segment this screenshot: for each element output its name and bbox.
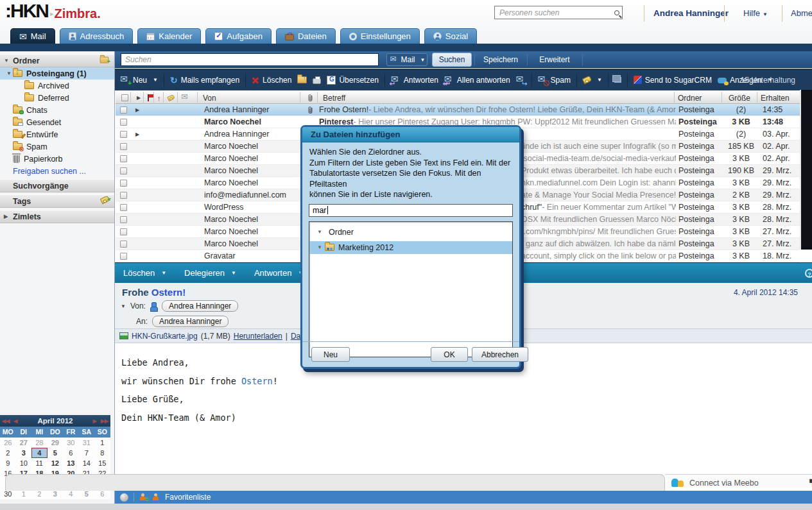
meebo-strip[interactable]: Connect via Meebo ▚	[665, 474, 812, 491]
search-icon[interactable]	[614, 10, 619, 15]
spam-button[interactable]: Spam	[538, 75, 571, 85]
sidebar-item-spam[interactable]: Spam	[0, 140, 114, 153]
to-address-chip[interactable]: Andrea Hanninger	[152, 316, 229, 327]
erhalten-column-header[interactable]: Erhalten	[757, 92, 798, 104]
calendar-day-cell[interactable]: 26	[0, 438, 16, 448]
sidebar-item-entw-rfe[interactable]: Entwürfe	[0, 128, 114, 140]
sidebar-item-freigaben-suchen-[interactable]: Freigaben suchen ...	[0, 165, 114, 177]
calendar-day-cell[interactable]: 8	[94, 448, 110, 458]
new-folder-icon[interactable]: +	[100, 57, 109, 64]
user-name[interactable]: Andrea Hanninger	[653, 8, 729, 18]
calendar-day-cell[interactable]: 2	[0, 448, 16, 458]
expand-conversation-icon[interactable]: ▶	[131, 104, 144, 115]
add-buddy-icon[interactable]: +	[139, 493, 147, 501]
calendar-day-cell[interactable]: 5	[48, 448, 64, 458]
calendar-day-cell[interactable]: 29	[48, 438, 64, 448]
help-circle-icon[interactable]: ?	[805, 269, 812, 278]
attachment-column-header[interactable]	[300, 92, 318, 104]
search-scope-button[interactable]: Mail▼	[386, 53, 428, 66]
table-row[interactable]: ▶Andrea HanningerFrohe Ostern! - Liebe A…	[116, 104, 800, 116]
calendar-day-cell[interactable]: 28	[31, 438, 48, 448]
tab-sozial[interactable]: Sozial	[424, 28, 477, 44]
forward-icon-button[interactable]	[516, 75, 526, 85]
sidebar-item-papierkorb[interactable]: Papierkorb	[0, 153, 114, 165]
slide-up-panel[interactable]	[5, 474, 665, 491]
row-checkbox[interactable]	[116, 116, 131, 128]
tag-icon-button[interactable]: ▼	[583, 77, 602, 83]
row-checkbox[interactable]	[116, 128, 131, 140]
sidebar-item-archived[interactable]: Archived	[0, 80, 114, 92]
übersetzen-button[interactable]: Übersetzen	[327, 76, 378, 85]
calendar-day-cell[interactable]: 27	[16, 438, 32, 448]
tag-column-header[interactable]	[164, 92, 178, 104]
calendar-day-cell[interactable]: 9	[0, 458, 16, 468]
calendar-next-year-icon[interactable]: ▶▶	[99, 418, 110, 424]
send-to-sugarcrm-button[interactable]: Send to SugarCRM	[634, 76, 712, 85]
meebo-expand-icon[interactable]: ▚	[809, 479, 812, 486]
chevron-down-icon[interactable]: ▼	[121, 303, 126, 309]
calendar-next-month-icon[interactable]: ▶	[91, 418, 99, 424]
calendar-prev-month-icon[interactable]: ◀	[12, 418, 19, 424]
ok-button[interactable]: OK	[431, 347, 468, 362]
tab-einstellungen[interactable]: Einstellungen	[340, 28, 420, 44]
calendar-day-cell[interactable]: 7	[79, 448, 95, 458]
betreff-column-header[interactable]: Betreff	[318, 92, 675, 104]
priority-column-header[interactable]: ↑	[154, 92, 164, 104]
calendar-prev-year-icon[interactable]: ◀◀	[0, 418, 12, 424]
advanced-search-button[interactable]: Erweitert	[530, 53, 580, 67]
help-menu[interactable]: Hilfe▼	[743, 8, 768, 18]
save-search-button[interactable]: Speichern	[477, 53, 524, 67]
neu-button[interactable]: Neu▼	[120, 75, 158, 85]
shared-search-link[interactable]: Freigaben suchen ...	[13, 167, 86, 176]
sidebar-section-tags[interactable]: Tags+	[0, 194, 114, 208]
dialog-title[interactable]: Zu Dateien hinzufügen	[302, 127, 519, 142]
calendar-day-cell[interactable]: 4	[31, 448, 48, 458]
row-checkbox[interactable]	[116, 104, 131, 115]
löschen-button[interactable]: Löschen▼	[123, 268, 166, 278]
favorites-label[interactable]: Favoritenliste	[165, 493, 211, 502]
calendar-day-cell[interactable]: 6	[63, 448, 79, 458]
row-checkbox[interactable]	[116, 250, 131, 262]
sidebar-item-gesendet[interactable]: Gesendet	[0, 116, 114, 128]
delegieren-button[interactable]: Delegieren▼	[184, 268, 236, 278]
status-sphere-icon[interactable]	[120, 493, 128, 502]
cancel-button[interactable]: Abbrechen	[472, 347, 528, 362]
from-address-chip[interactable]: Andrea Hanninger	[162, 300, 238, 312]
row-checkbox[interactable]	[116, 165, 131, 176]
calendar-day-cell[interactable]: 30	[63, 438, 79, 448]
sidebar-item-chats[interactable]: Chats	[0, 104, 114, 116]
row-checkbox[interactable]	[116, 238, 131, 250]
row-checkbox[interactable]	[116, 214, 131, 225]
list-scrollbar[interactable]	[800, 90, 812, 250]
folders-section-header[interactable]: ▼ Ordner +	[0, 54, 114, 67]
löschen-button[interactable]: Löschen	[252, 76, 291, 85]
calendar-day-cell[interactable]: 14	[79, 458, 95, 468]
row-checkbox[interactable]	[116, 226, 131, 237]
calendar-day-cell[interactable]: 31	[79, 438, 95, 448]
flag-column-header[interactable]	[144, 92, 154, 104]
select-all-checkbox[interactable]	[116, 92, 131, 104]
status-column-header[interactable]	[178, 92, 198, 104]
search-button[interactable]: Suchen	[432, 53, 472, 67]
expand-conversation-icon[interactable]: ▶	[131, 128, 144, 140]
groesse-column-header[interactable]: Größe	[722, 92, 757, 104]
sidebar-item-posteingang-1-[interactable]: ▼↓Posteingang (1)	[0, 67, 114, 80]
row-checkbox[interactable]	[116, 189, 131, 201]
tag-add-icon[interactable]: +	[100, 196, 110, 205]
tab-mail[interactable]: Mail	[10, 28, 55, 44]
tab-aufgaben[interactable]: Aufgaben	[205, 28, 272, 44]
allen-antworten-button[interactable]: Allen antworten	[444, 75, 510, 85]
calendar-day-cell[interactable]: 12	[48, 458, 64, 468]
tree-root-folders[interactable]: ▼ Ordner	[309, 226, 512, 239]
expand-column-header[interactable]: ▶	[131, 92, 144, 104]
antworten-button[interactable]: Antworten	[391, 75, 438, 85]
calendar-day-cell[interactable]: 1	[94, 438, 110, 448]
attachment-name[interactable]: HKN-Grußkarte.jpg	[132, 332, 198, 341]
print-icon-button[interactable]	[313, 76, 321, 84]
people-search-input[interactable]: Personen suchen	[494, 6, 623, 19]
antworten-button[interactable]: Antworten▼	[254, 268, 303, 278]
row-checkbox[interactable]	[116, 140, 131, 152]
calendar-day-cell[interactable]: 3	[16, 448, 32, 458]
sidebar-item-deferred[interactable]: Deferred	[0, 92, 114, 104]
calendar-day-cell[interactable]: 13	[63, 458, 79, 468]
